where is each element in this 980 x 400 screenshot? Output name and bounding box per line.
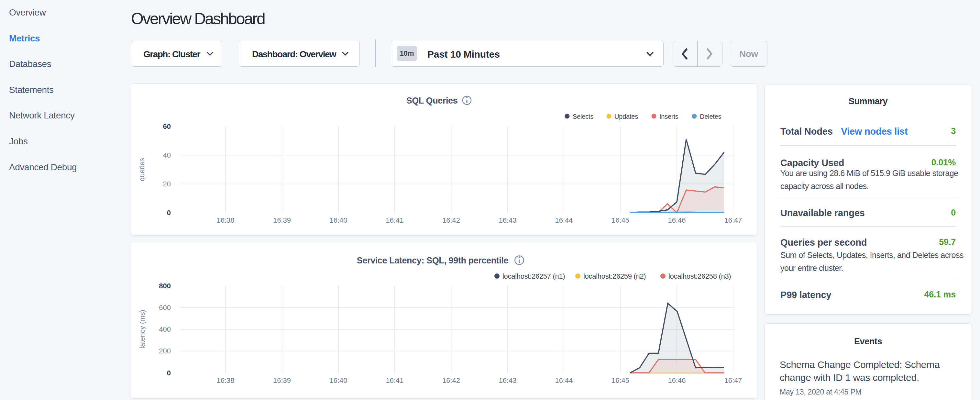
svg-text:16:45: 16:45 bbox=[611, 216, 629, 224]
svg-text:800: 800 bbox=[159, 282, 171, 290]
svg-text:60: 60 bbox=[163, 122, 171, 131]
svg-text:queries: queries bbox=[138, 158, 146, 181]
svg-text:16:43: 16:43 bbox=[499, 216, 516, 224]
svg-text:20: 20 bbox=[163, 180, 171, 188]
svg-text:600: 600 bbox=[159, 304, 171, 312]
svg-text:Deletes: Deletes bbox=[700, 113, 721, 120]
svg-text:16:38: 16:38 bbox=[216, 376, 234, 384]
svg-text:16:42: 16:42 bbox=[442, 376, 460, 384]
svg-text:Inserts: Inserts bbox=[659, 113, 678, 120]
svg-text:16:41: 16:41 bbox=[386, 216, 404, 224]
svg-text:16:39: 16:39 bbox=[273, 216, 291, 224]
svg-text:latency (ms): latency (ms) bbox=[138, 310, 146, 349]
svg-text:localhost:26258 (n3): localhost:26258 (n3) bbox=[668, 272, 731, 280]
svg-text:400: 400 bbox=[159, 325, 171, 333]
svg-text:16:42: 16:42 bbox=[442, 216, 460, 224]
svg-text:16:46: 16:46 bbox=[668, 376, 686, 384]
svg-text:Updates: Updates bbox=[614, 113, 638, 120]
svg-text:0: 0 bbox=[167, 209, 171, 217]
svg-text:16:43: 16:43 bbox=[499, 376, 516, 384]
svg-text:localhost:26259 (n2): localhost:26259 (n2) bbox=[583, 272, 646, 280]
svg-text:16:38: 16:38 bbox=[216, 216, 234, 224]
svg-text:16:41: 16:41 bbox=[386, 376, 404, 384]
svg-text:Selects: Selects bbox=[573, 113, 593, 120]
svg-text:16:47: 16:47 bbox=[724, 216, 742, 224]
svg-text:16:44: 16:44 bbox=[555, 216, 573, 224]
svg-text:16:44: 16:44 bbox=[555, 376, 573, 384]
svg-text:16:40: 16:40 bbox=[329, 216, 347, 224]
svg-text:Service Latency: SQL, 99th per: Service Latency: SQL, 99th percentile bbox=[357, 256, 509, 265]
svg-text:localhost:26257 (n1): localhost:26257 (n1) bbox=[503, 272, 565, 280]
svg-text:16:45: 16:45 bbox=[611, 376, 629, 384]
svg-text:0: 0 bbox=[167, 369, 171, 377]
svg-text:16:39: 16:39 bbox=[273, 376, 291, 384]
svg-text:16:46: 16:46 bbox=[668, 216, 686, 224]
svg-text:200: 200 bbox=[159, 347, 171, 355]
svg-text:40: 40 bbox=[163, 151, 171, 159]
svg-text:SQL Queries: SQL Queries bbox=[406, 96, 458, 105]
svg-text:16:40: 16:40 bbox=[329, 376, 347, 384]
svg-text:16:47: 16:47 bbox=[724, 376, 742, 384]
